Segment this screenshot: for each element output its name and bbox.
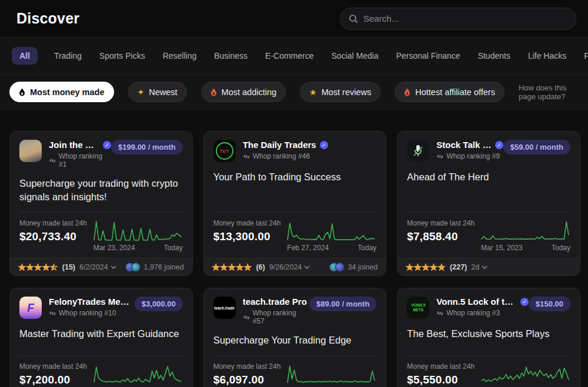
search-icon xyxy=(349,14,358,23)
whop-logo-icon xyxy=(49,158,56,163)
listing-description: Ahead of The Herd xyxy=(407,170,570,204)
chart-end-date: Today xyxy=(552,244,570,252)
member-avatars xyxy=(329,263,345,272)
tab-sports-picks[interactable]: Sports Picks xyxy=(98,47,146,65)
listing-card[interactable]: F FelonyTrades Mentorship ✓ Whop ranking… xyxy=(9,288,193,387)
revenue-sparkline xyxy=(93,362,182,386)
listing-title: Join the Miles Hig... xyxy=(49,140,99,150)
search-bar[interactable] xyxy=(340,8,576,30)
listing-title: teach.trade Pro xyxy=(243,297,307,307)
divider xyxy=(407,355,570,356)
money-made-label: Money made last 24h xyxy=(213,219,288,227)
listing-card[interactable]: VONN.5BETS Vonn.5 Lock of the Day ✓ Whop… xyxy=(397,288,580,387)
chart-start-date: Mar 15, 2023 xyxy=(481,244,523,252)
avatar: VONN.5BETS xyxy=(407,297,429,319)
filter-most-addicting[interactable]: Most addicting xyxy=(201,82,286,102)
verified-badge-icon: ✓ xyxy=(103,141,111,149)
sparkle-icon: ✦ xyxy=(138,88,145,96)
chart-start-date: Feb 27, 2024 xyxy=(287,244,329,252)
chart-start-date: Mar 23, 2024 xyxy=(93,244,135,252)
review-date-dropdown[interactable]: 9/26/2024 xyxy=(269,263,310,271)
member-avatars xyxy=(125,263,141,272)
divider xyxy=(19,355,183,356)
flame-icon xyxy=(19,88,25,96)
page-update-help-link[interactable]: How does this page update? xyxy=(519,83,579,101)
star-rating: ★★★★★★★★★★ xyxy=(212,263,252,271)
listing-description: The Best, Exclusive Sports Plays xyxy=(407,327,570,347)
money-made-amount: $7,858.40 xyxy=(407,230,481,243)
price-badge: $89.00 / month xyxy=(309,297,376,311)
filter-label: Most addicting xyxy=(222,88,277,97)
divider xyxy=(213,355,377,356)
chevron-down-icon xyxy=(482,265,487,269)
avatar: teach.trade xyxy=(213,297,236,319)
revenue-sparkline xyxy=(287,362,375,386)
price-badge: $199.00 / month xyxy=(111,140,183,154)
revenue-sparkline xyxy=(287,219,375,243)
whop-ranking: Whop ranking #10 xyxy=(49,309,135,317)
money-made-amount: $20,733.40 xyxy=(19,230,93,243)
revenue-sparkline xyxy=(93,219,182,243)
discover-card-grid: Join the Miles Hig... ✓ Whop ranking #1 … xyxy=(0,131,588,387)
tab-fitness[interactable]: Fitness xyxy=(583,47,588,65)
filter-most-reviews[interactable]: ★ Most reviews xyxy=(300,82,380,102)
tab-life-hacks[interactable]: Life Hacks xyxy=(527,47,567,65)
tab-e-commerce[interactable]: E-Commerce xyxy=(264,47,315,65)
whop-ranking: Whop ranking #1 xyxy=(49,152,111,169)
price-badge: $3,000.00 xyxy=(135,297,183,311)
revenue-sparkline xyxy=(481,362,569,386)
filter-label: Most money made xyxy=(30,88,105,97)
sort-filter-bar: Most money made ✦ Newest Most addicting … xyxy=(0,75,588,110)
listing-title: FelonyTrades Mentorship xyxy=(49,297,135,307)
revenue-sparkline xyxy=(481,219,569,243)
divider xyxy=(213,212,377,213)
money-made-amount: $13,300.00 xyxy=(213,230,288,243)
card-footer: ★★★★★★★★★★ (15) 6/2/2024 1,976 joined xyxy=(10,258,192,275)
review-date-dropdown[interactable]: 2d xyxy=(471,263,487,271)
tab-students[interactable]: Students xyxy=(477,47,512,65)
money-made-label: Money made last 24h xyxy=(407,362,481,371)
card-footer: ★★★★★★★★★★ (6) 9/26/2024 34 joined xyxy=(204,258,386,275)
tab-trading[interactable]: Trading xyxy=(53,47,83,65)
tab-all[interactable]: All xyxy=(12,47,38,65)
money-made-label: Money made last 24h xyxy=(19,362,93,371)
listing-title: Stock Talk Insiders xyxy=(436,140,491,150)
category-tabs: All Trading Sports Picks Reselling Busin… xyxy=(0,38,588,75)
tab-reselling[interactable]: Reselling xyxy=(162,47,198,65)
filter-label: Newest xyxy=(149,88,177,97)
divider xyxy=(407,212,570,213)
chart-end-date: Today xyxy=(358,244,376,252)
divider xyxy=(19,212,183,213)
listing-card[interactable]: teach.trade teach.trade Pro ✓ Whop ranki… xyxy=(203,288,387,387)
money-made-label: Money made last 24h xyxy=(19,219,93,227)
whop-ranking: Whop ranking #46 xyxy=(243,152,328,160)
whop-ranking: Whop ranking #9 xyxy=(436,152,503,160)
avatar xyxy=(407,140,429,162)
page-header: Discover xyxy=(0,0,588,38)
listing-card[interactable]: TDT The Daily Traders ✓ Whop ranking #46 xyxy=(203,131,387,276)
review-date-dropdown[interactable]: 6/2/2024 xyxy=(79,263,116,271)
money-made-amount: $7,200.00 xyxy=(19,373,93,386)
star-rating: ★★★★★★★★★★ xyxy=(18,263,58,271)
avatar xyxy=(19,140,42,162)
flame-icon xyxy=(211,88,217,96)
filter-newest[interactable]: ✦ Newest xyxy=(128,82,187,102)
filter-label: Hottest affiliate offers xyxy=(415,88,495,97)
page-title: Discover xyxy=(16,10,79,27)
listing-description: Your Path to Trading Success xyxy=(213,170,377,204)
chevron-down-icon xyxy=(111,265,116,269)
money-made-label: Money made last 24h xyxy=(213,362,288,371)
tab-social-media[interactable]: Social Media xyxy=(330,47,380,65)
price-badge: $59.00 / month xyxy=(503,140,570,154)
listing-title: The Daily Traders xyxy=(243,140,316,150)
listing-card[interactable]: Stock Talk Insiders ✓ Whop ranking #9 $5… xyxy=(397,131,580,276)
filter-hottest-affiliate-offers[interactable]: Hottest affiliate offers xyxy=(395,82,505,102)
tab-personal-finance[interactable]: Personal Finance xyxy=(395,47,462,65)
chart-end-date: Today xyxy=(164,244,183,252)
search-input[interactable] xyxy=(363,14,567,23)
listing-card[interactable]: Join the Miles Hig... ✓ Whop ranking #1 … xyxy=(9,131,193,276)
tab-business[interactable]: Business xyxy=(213,47,249,65)
star-icon: ★ xyxy=(309,88,317,96)
verified-badge-icon: ✓ xyxy=(320,141,328,149)
filter-most-money-made[interactable]: Most money made xyxy=(9,82,114,102)
